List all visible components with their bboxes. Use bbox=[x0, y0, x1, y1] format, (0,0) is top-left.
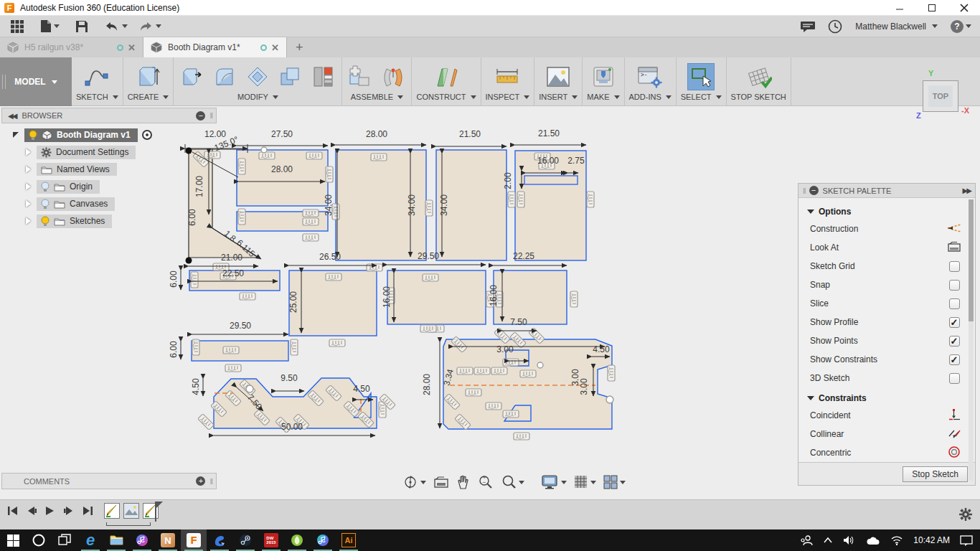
bulb-off-icon[interactable] bbox=[41, 199, 50, 209]
dimension-value[interactable]: 29.50 bbox=[418, 251, 439, 261]
dimension-value[interactable]: 2.00 bbox=[503, 172, 513, 189]
ribbon-group-label[interactable]: STOP SKETCH bbox=[731, 93, 786, 103]
dropdown-arrow-icon[interactable] bbox=[113, 95, 118, 99]
palette-row-show-constraints[interactable]: Show Constraints✓ bbox=[798, 350, 975, 369]
select-tool-icon[interactable] bbox=[687, 63, 715, 90]
taskbar-openvpn-button[interactable] bbox=[284, 529, 310, 551]
bulb-off-icon[interactable] bbox=[41, 182, 50, 192]
dimension-value[interactable]: 22.25 bbox=[513, 251, 534, 261]
ribbon-group-label[interactable]: ASSEMBLE bbox=[351, 93, 403, 103]
dimension-value[interactable]: 2.75 bbox=[567, 156, 585, 166]
tab-close-icon[interactable]: ✕ bbox=[271, 42, 279, 53]
constraint-glyph[interactable] bbox=[570, 291, 578, 307]
constraint-glyph[interactable] bbox=[223, 347, 239, 354]
dropdown-arrow-icon[interactable] bbox=[524, 95, 529, 99]
browser-item-pill[interactable]: Origin bbox=[37, 180, 100, 194]
dimension-value[interactable]: 28.00 bbox=[422, 374, 432, 395]
job-status-icon[interactable] bbox=[828, 19, 842, 34]
taskbar-edrawings-button[interactable] bbox=[207, 529, 232, 551]
ribbon-group-label[interactable]: CONSTRUCT bbox=[416, 93, 476, 103]
zoom-window-button[interactable] bbox=[499, 473, 527, 491]
constraint-glyph[interactable] bbox=[238, 159, 245, 174]
palette-section-constraints[interactable]: Constraints bbox=[798, 387, 975, 406]
sketch-grid-checkbox[interactable] bbox=[949, 261, 960, 272]
browser-item-document-settings[interactable]: Document Settings bbox=[7, 143, 215, 161]
timeline-go-start-button[interactable] bbox=[7, 506, 19, 516]
collinear-icon[interactable] bbox=[948, 428, 961, 441]
constraint-glyph[interactable] bbox=[225, 364, 241, 372]
fillet-tool-icon[interactable] bbox=[211, 63, 238, 90]
taskbar-edge-button[interactable]: e bbox=[77, 529, 103, 551]
taskbar-steam-button[interactable] bbox=[232, 529, 258, 551]
dimension-value[interactable]: 34.00 bbox=[439, 194, 449, 216]
help-menu[interactable]: ? bbox=[951, 20, 971, 33]
close-button[interactable] bbox=[948, 0, 980, 16]
show-profile-checkbox[interactable]: ✓ bbox=[949, 317, 960, 328]
constraint-glyph[interactable] bbox=[240, 293, 255, 300]
3d-sketch-checkbox[interactable] bbox=[949, 373, 960, 384]
collapse-browser-icon[interactable]: ◀◀ bbox=[8, 112, 16, 120]
dimension-value[interactable]: 4.50 bbox=[593, 344, 610, 354]
expander-icon[interactable] bbox=[26, 183, 31, 190]
taskbar-illustrator-button[interactable]: Ai bbox=[336, 529, 362, 551]
ribbon-group-label[interactable]: CREATE bbox=[128, 93, 169, 103]
volume-icon[interactable] bbox=[843, 535, 856, 545]
dimension-value[interactable]: 16.00 bbox=[489, 285, 499, 306]
activate-component-radio[interactable] bbox=[142, 130, 152, 140]
timeline-step-forward-button[interactable] bbox=[63, 506, 75, 516]
user-menu[interactable]: Matthew Blackwell bbox=[855, 22, 938, 32]
people-icon[interactable] bbox=[800, 534, 813, 546]
constraint-glyph[interactable] bbox=[508, 192, 515, 207]
constraint-glyph[interactable] bbox=[517, 192, 524, 207]
constraint-glyph[interactable] bbox=[474, 367, 490, 375]
ribbon-group-label[interactable]: INSERT bbox=[539, 93, 578, 103]
browser-item-pill[interactable]: Document Settings bbox=[37, 146, 136, 159]
browser-item-sketches[interactable]: Sketches bbox=[7, 212, 215, 230]
sketch-point[interactable] bbox=[261, 147, 267, 153]
palette-grip[interactable]: ‖ bbox=[803, 187, 806, 195]
browser-root-row[interactable]: Booth Diagram v1 bbox=[7, 126, 215, 143]
comments-expand-icon[interactable]: + bbox=[196, 476, 205, 486]
constraint-glyph[interactable] bbox=[191, 272, 198, 288]
constraint-glyph[interactable] bbox=[326, 166, 333, 182]
palette-row-sketch-grid[interactable]: Sketch Grid bbox=[798, 257, 975, 276]
joint-tool-icon[interactable] bbox=[380, 63, 407, 90]
dimension-value[interactable]: 22.50 bbox=[222, 268, 244, 278]
timeline-go-end-button[interactable] bbox=[82, 506, 93, 516]
constraint-glyph[interactable] bbox=[420, 325, 436, 332]
dimension-value[interactable]: 34.00 bbox=[407, 194, 417, 216]
timeline-settings-button[interactable] bbox=[958, 507, 973, 524]
constraint-glyph[interactable] bbox=[425, 200, 433, 216]
dimension-value[interactable]: 26.50 bbox=[319, 252, 341, 262]
image-tool-icon[interactable] bbox=[545, 63, 572, 90]
palette-scrollbar-thumb[interactable] bbox=[969, 199, 974, 321]
create-tool-icon[interactable] bbox=[135, 63, 162, 90]
dimension-value[interactable]: 34.00 bbox=[324, 194, 334, 216]
plane-tool-icon[interactable] bbox=[433, 63, 460, 90]
browser-item-pill[interactable]: Sketches bbox=[37, 215, 112, 228]
palette-row-show-points[interactable]: Show Points✓ bbox=[798, 331, 975, 350]
dimension-value[interactable]: 29.50 bbox=[230, 321, 251, 331]
measure-tool-icon[interactable] bbox=[494, 63, 521, 90]
constraint-glyph[interactable] bbox=[503, 359, 519, 366]
dimension-value[interactable]: 50.00 bbox=[281, 422, 303, 432]
ribbon-group-label[interactable]: MAKE bbox=[587, 93, 619, 103]
dropdown-arrow-icon[interactable] bbox=[163, 95, 169, 99]
bulb-icon[interactable] bbox=[29, 130, 37, 141]
sketch-palette-header[interactable]: ‖ − SKETCH PALETTE ▶▶ bbox=[798, 184, 975, 198]
dimension-value[interactable]: 28.00 bbox=[366, 129, 387, 139]
expander-icon[interactable] bbox=[26, 149, 31, 156]
browser-grip[interactable]: ‖ bbox=[209, 111, 213, 120]
dimension-value[interactable]: 25.00 bbox=[288, 291, 298, 313]
timeline-canvas-feature[interactable] bbox=[123, 503, 139, 519]
taskbar-taskview-button[interactable] bbox=[52, 529, 77, 551]
viewcube[interactable]: TOP bbox=[923, 80, 958, 112]
sketch-point[interactable] bbox=[537, 362, 543, 368]
timeline-play-button[interactable] bbox=[44, 506, 56, 516]
timeline-sketch-feature-1[interactable] bbox=[104, 503, 120, 519]
dimension-value[interactable]: 3.00 bbox=[579, 378, 589, 395]
taskbar-cortana-button[interactable] bbox=[26, 529, 52, 551]
dropdown-arrow-icon[interactable] bbox=[471, 95, 476, 99]
constraint-glyph[interactable] bbox=[486, 402, 501, 410]
constraint-glyph[interactable] bbox=[306, 152, 322, 159]
